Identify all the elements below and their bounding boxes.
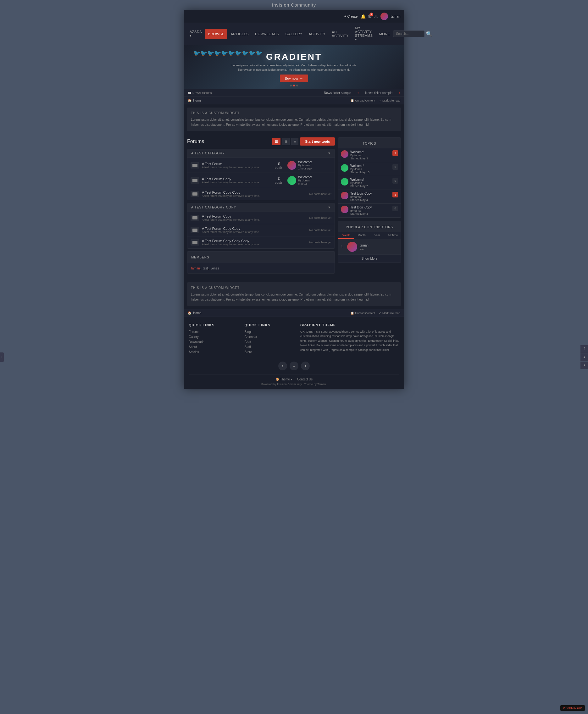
footer-link-staff[interactable]: Staff xyxy=(245,345,294,349)
side-expand-btn[interactable]: › xyxy=(0,353,4,362)
alerts-icon[interactable]: ⚠ xyxy=(374,14,378,19)
topics-widget-title: TOPICS xyxy=(362,142,376,145)
footer-col-2-title: QUICK LINKS xyxy=(245,323,294,327)
forums-actions: ☰ ⊞ ≡ Start new topic xyxy=(272,138,335,146)
side-social-link[interactable]: ♦ xyxy=(581,353,588,361)
category-2-header[interactable]: A TEST CATEGORY COPY ▼ xyxy=(187,203,335,212)
side-social-twitter[interactable]: ✦ xyxy=(581,361,588,369)
forum-name-2[interactable]: A Test Forum Copy xyxy=(202,177,270,181)
footer-link-calendar[interactable]: Calendar xyxy=(245,335,294,339)
footer-link-about[interactable]: About xyxy=(189,345,238,349)
category-2-chevron: ▼ xyxy=(328,206,331,209)
nav-all-activity[interactable]: ALL ACTIVITY xyxy=(329,27,352,41)
forum-last-post-1: Welcome! By taman 1 hour ago xyxy=(288,160,331,170)
topic-title-1[interactable]: Welcome! xyxy=(350,150,391,154)
footer-theme-link[interactable]: 🎨 Theme ▾ xyxy=(275,378,292,381)
members-header: MEMBERS xyxy=(187,252,335,262)
hero-buy-btn[interactable]: Buy now → xyxy=(280,75,308,82)
topic-title-4[interactable]: Test topic Copy xyxy=(350,192,391,195)
forum-stats-2: 2 posts xyxy=(272,176,285,184)
footer-link-store[interactable]: Store xyxy=(245,350,294,354)
topic-title-3[interactable]: Welcome! xyxy=(350,178,391,182)
hero-dot-1 xyxy=(290,85,292,86)
footer-col-2: QUICK LINKS Blogs Calendar Chat Staff St… xyxy=(245,323,294,355)
social-facebook[interactable]: f xyxy=(278,361,287,370)
nav-gallery[interactable]: GALLERY xyxy=(282,29,306,39)
main-content: Forums ☰ ⊞ ≡ Start new topic A TEST CATE… xyxy=(184,134,404,279)
forum-name-6[interactable]: A Test Forum Copy Copy Copy xyxy=(202,239,285,243)
forum-last-title-2[interactable]: Welcome! xyxy=(298,175,312,179)
footer-mark-read-btn[interactable]: ✓ Mark site read xyxy=(379,312,400,315)
forum-last-title-1[interactable]: Welcome! xyxy=(298,160,312,164)
footer-contact-link[interactable]: Contact Us xyxy=(297,378,313,381)
nav-browse[interactable]: BROWSE xyxy=(205,29,228,39)
footer-gradient-title: GRADIENT THEME xyxy=(300,323,399,327)
mark-read-btn[interactable]: ✓ Mark site read xyxy=(379,99,400,102)
topic-title-5[interactable]: Test topic Copy xyxy=(350,206,391,209)
forum-name-4[interactable]: A Test Forum Copy xyxy=(202,214,285,218)
view-compact-btn[interactable]: ≡ xyxy=(292,138,298,145)
view-list-btn[interactable]: ☰ xyxy=(272,138,280,145)
nav-more[interactable]: MORE xyxy=(376,29,393,39)
footer-breadcrumb-home[interactable]: 🏠 Home xyxy=(188,311,202,315)
category-1-header[interactable]: A TEST CATEGORY ▼ xyxy=(187,149,335,158)
news-ticker-item-2[interactable]: News ticker sample xyxy=(365,91,393,94)
messages-icon[interactable]: ✉ 1 xyxy=(368,14,372,19)
social-link2[interactable]: ♦ xyxy=(290,361,298,370)
topic-date-1: Started May 3 xyxy=(350,157,391,160)
footer-link-chat[interactable]: Chat xyxy=(245,340,294,344)
forum-stats-label-2: posts xyxy=(272,181,285,184)
forum-name-5[interactable]: A Test Forum Copy Copy xyxy=(202,227,285,230)
nav-downloads[interactable]: DOWNLOADS xyxy=(252,29,282,39)
forum-name-1[interactable]: A Test Forum xyxy=(202,162,270,166)
create-button[interactable]: + Create xyxy=(344,15,358,18)
forum-no-posts-5: No posts here yet xyxy=(288,229,331,232)
tab-all-time[interactable]: All Time xyxy=(385,232,401,239)
tab-year[interactable]: Year xyxy=(370,232,385,239)
user-menu[interactable]: taman xyxy=(391,15,400,18)
forum-info-6: A Test Forum Copy Copy Copy A test forum… xyxy=(202,239,285,246)
news-ticker-label: 📰 NEWS TICKER xyxy=(188,91,212,94)
footer-unread-btn[interactable]: 📋 Unread Content xyxy=(351,312,375,315)
search-icon[interactable]: 🔍 xyxy=(426,31,432,37)
topic-count-4: 1 xyxy=(393,192,398,197)
member-test[interactable]: test xyxy=(203,267,208,270)
vipadmin-badge: VIPADMIN.club xyxy=(560,705,585,711)
topic-title-2[interactable]: Welcome! xyxy=(350,164,391,168)
contributors-tabs: Week Month Year All Time xyxy=(338,232,401,239)
social-twitter[interactable]: ✦ xyxy=(301,361,310,370)
user-avatar[interactable] xyxy=(380,13,388,20)
nav-activity[interactable]: ACTIVITY xyxy=(306,29,329,39)
show-more-btn[interactable]: Show More xyxy=(338,254,401,262)
tab-month[interactable]: Month xyxy=(354,232,370,239)
forum-name-3[interactable]: A Test Forum Copy Copy xyxy=(202,191,285,194)
nav-azsda[interactable]: AZSDA ▾ xyxy=(187,27,205,41)
footer-link-articles[interactable]: Articles xyxy=(189,350,238,354)
member-taman[interactable]: taman xyxy=(191,267,200,270)
forum-last-by-2: By Jones xyxy=(298,179,312,182)
footer-link-blogs[interactable]: Blogs xyxy=(245,330,294,334)
forum-desc-5: A test forum that may be removed at any … xyxy=(202,230,285,234)
forum-stats-num-1: 8 xyxy=(272,161,285,166)
unread-content-btn[interactable]: 📋 Unread Content xyxy=(351,99,375,102)
news-ticker-item-1[interactable]: News ticker sample xyxy=(324,91,351,94)
breadcrumb[interactable]: 🏠 Home xyxy=(188,99,202,102)
footer-link-downloads[interactable]: Downloads xyxy=(189,340,238,344)
view-grid-btn[interactable]: ⊞ xyxy=(282,138,290,145)
topic-date-5: Started May 4 xyxy=(350,212,391,215)
footer-link-forums[interactable]: Forums xyxy=(189,330,238,334)
forum-icon-1 xyxy=(191,162,200,169)
member-jones[interactable]: Jones xyxy=(211,267,219,270)
search-input[interactable] xyxy=(393,30,424,37)
notifications-icon[interactable]: 🔔 xyxy=(361,14,366,19)
topic-info-3: Welcome! By Jones Started May 7 xyxy=(350,178,391,188)
footer-link-gallery[interactable]: Gallery xyxy=(189,335,238,339)
side-social-facebook[interactable]: f xyxy=(581,345,588,353)
hero-subtitle: Lorem ipsum dolor sit amet, consectetur … xyxy=(231,64,357,72)
tab-week[interactable]: Week xyxy=(338,232,354,239)
news-ticker-items: News ticker sample ● News ticker sample … xyxy=(217,91,400,94)
nav-articles[interactable]: ARTICLES xyxy=(227,29,252,39)
start-new-topic-btn[interactable]: Start new topic xyxy=(300,138,335,146)
contributor-name-1[interactable]: taman xyxy=(360,244,398,247)
nav-my-activity-streams[interactable]: MY ACTIVITY STREAMS ▾ xyxy=(352,23,376,45)
